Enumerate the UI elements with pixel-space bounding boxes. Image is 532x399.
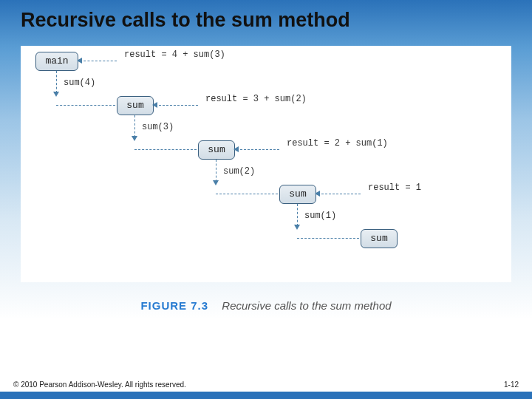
call-sum3: sum(3) [142, 122, 174, 132]
slide-title: Recursive calls to the sum method [21, 9, 350, 32]
box-sum-2: sum [198, 140, 235, 160]
result-sum3: result = 1 [368, 183, 421, 193]
box-main: main [35, 52, 78, 71]
box-sum-3: sum [279, 185, 316, 204]
box-sum-4: sum [361, 229, 398, 248]
page-number: 1-12 [504, 381, 519, 389]
figure-label: FIGURE 7.3 [140, 299, 208, 312]
call-sum4: sum(4) [64, 78, 95, 88]
result-sum1: result = 3 + sum(2) [205, 94, 307, 104]
box-sum-1: sum [117, 96, 154, 115]
bottom-accent-bar [0, 392, 532, 399]
call-sum1: sum(1) [304, 211, 336, 221]
figure-text: Recursive calls to the sum method [222, 299, 391, 312]
recursion-diagram: main result = 4 + sum(3) sum(4) sum resu… [21, 46, 511, 282]
copyright-text: © 2010 Pearson Addison-Wesley. All right… [13, 381, 186, 389]
result-sum2: result = 2 + sum(1) [287, 138, 388, 149]
figure-caption: FIGURE 7.3 Recursive calls to the sum me… [0, 299, 532, 312]
result-main: result = 4 + sum(3) [124, 50, 225, 60]
call-sum2: sum(2) [223, 166, 255, 177]
